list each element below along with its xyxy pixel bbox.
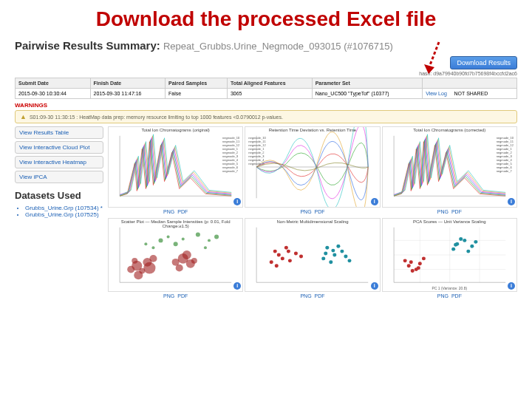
svg-marker-1: [424, 64, 434, 74]
svg-point-49: [337, 245, 341, 248]
pdf-link[interactable]: PDF: [315, 209, 325, 214]
pdf-link[interactable]: PDF: [315, 293, 325, 299]
svg-point-25: [182, 237, 185, 240]
view-log-link[interactable]: View Log: [426, 91, 447, 96]
pdf-link[interactable]: PDF: [451, 209, 462, 214]
chart-scatter-intensities: Scatter Plot — Median Sample Intensities…: [108, 218, 243, 292]
svg-point-37: [284, 246, 288, 250]
svg-point-45: [333, 253, 337, 257]
chart-links-row: PNGPDF: [245, 293, 380, 301]
svg-point-50: [344, 255, 348, 259]
warning-icon: ▲: [20, 113, 27, 120]
svg-point-12: [149, 255, 157, 262]
png-link[interactable]: PNG: [300, 209, 311, 214]
info-icon[interactable]: i: [371, 282, 378, 290]
chart-links-row: PNGPDF: [108, 209, 243, 216]
svg-point-31: [144, 242, 147, 245]
chart-links-row: PNGPDF: [382, 293, 517, 301]
png-link[interactable]: PNG: [437, 209, 449, 214]
cell-paramset: Nano_UC500 "TypeTof" (10377): [312, 89, 422, 99]
info-icon[interactable]: i: [371, 198, 378, 205]
svg-point-13: [134, 271, 143, 280]
svg-point-19: [176, 265, 183, 272]
svg-point-71: [463, 239, 466, 242]
info-icon[interactable]: i: [508, 282, 515, 290]
section-subtitle: Repeat_Grubbs.Urine_Negmode_093015 (#107…: [163, 41, 393, 52]
svg-point-22: [158, 238, 163, 242]
chart-nmds: Non-Metric Multidimensional Scaling: [245, 218, 380, 292]
svg-point-77: [454, 243, 457, 247]
svg-point-73: [470, 245, 474, 248]
slide-title: Download the processed Excel file: [0, 0, 532, 35]
svg-point-28: [214, 235, 219, 239]
svg-point-24: [174, 242, 178, 246]
svg-point-21: [191, 258, 197, 264]
png-link[interactable]: PNG: [163, 293, 174, 299]
pca-xlabel: PC 1 (Variance: 20.8): [432, 286, 467, 290]
chart-tic-corrected: Total Ion Chromatograms (corrected) negm…: [382, 126, 517, 208]
table-header: Paired Samples: [166, 78, 228, 89]
view-heatmap-button[interactable]: View Interactive Heatmap: [15, 156, 103, 168]
png-link[interactable]: PNG: [163, 209, 174, 214]
svg-point-67: [422, 256, 426, 260]
dataset-item[interactable]: Grubbs_Urine.Grp (107525): [25, 211, 103, 218]
share-status: NOT SHARED: [454, 91, 488, 96]
svg-point-34: [273, 250, 277, 253]
svg-point-44: [326, 246, 330, 250]
png-link[interactable]: PNG: [437, 293, 449, 299]
chart-title: Retention Time Deviation vs. Retention T…: [245, 128, 379, 132]
svg-point-62: [406, 264, 410, 267]
table-row: 2015-09-30 10:30:44 2015-09-30 11:47:16 …: [16, 89, 517, 99]
svg-point-41: [275, 264, 279, 267]
svg-point-27: [208, 239, 211, 242]
pointer-arrow: [421, 41, 443, 74]
cell-finish: 2015-09-30 11:47:16: [90, 89, 166, 99]
chart-links-row: PNGPDF: [245, 209, 380, 216]
datasets-title: Datasets Used: [15, 190, 103, 201]
pdf-link[interactable]: PDF: [177, 209, 188, 214]
svg-point-36: [270, 260, 273, 264]
chart-title: Total Ion Chromatograms (corrected): [383, 128, 516, 132]
svg-point-30: [151, 246, 154, 249]
svg-point-29: [204, 246, 207, 249]
svg-point-69: [416, 266, 420, 270]
table-header: Parameter Set: [312, 78, 422, 89]
svg-point-52: [348, 259, 352, 262]
svg-point-48: [330, 260, 333, 264]
svg-point-40: [294, 252, 298, 256]
chart-legend: negmode_10negmode_11 negmode_12negmode_1…: [497, 136, 514, 173]
download-results-button[interactable]: Download Results: [450, 56, 517, 69]
table-header: Finish Date: [90, 78, 166, 89]
png-link[interactable]: PNG: [300, 293, 311, 299]
table-header: Submit Date: [16, 78, 91, 89]
svg-point-14: [143, 262, 155, 274]
dataset-list: Grubbs_Urine.Grp (107534) * Grubbs_Urine…: [15, 205, 103, 218]
svg-point-53: [332, 249, 335, 253]
pdf-link[interactable]: PDF: [451, 293, 462, 299]
chart-title: Scatter Plot — Median Sample Intensities…: [109, 219, 242, 228]
view-cloud-plot-button[interactable]: View Interactive Cloud Plot: [15, 141, 103, 154]
cell-submit: 2015-09-30 10:30:44: [16, 89, 91, 99]
svg-point-38: [277, 253, 281, 257]
cell-actions: View Log NOT SHARED: [423, 89, 517, 99]
chart-title: Non-Metric Multidimensional Scaling: [245, 219, 379, 224]
svg-point-43: [287, 250, 290, 253]
svg-point-39: [288, 259, 292, 262]
info-icon[interactable]: i: [508, 198, 515, 205]
svg-point-65: [418, 262, 422, 265]
view-ipca-button[interactable]: View iPCA: [15, 171, 103, 183]
chart-rt-deviation: Retention Time Deviation vs. Retention T…: [245, 126, 380, 208]
dataset-item[interactable]: Grubbs_Urine.Grp (107534) *: [25, 205, 103, 211]
svg-point-74: [459, 237, 463, 241]
pdf-link[interactable]: PDF: [177, 293, 188, 299]
chart-links-row: PNGPDF: [382, 209, 517, 216]
chart-title: PCA Scores — Unit Variance Scaling: [383, 219, 516, 224]
svg-point-35: [281, 256, 284, 260]
svg-point-64: [403, 259, 406, 262]
warning-text: S01:09-30 11:30:15 : HeatMap data prep: …: [30, 115, 283, 120]
view-results-table-button[interactable]: View Results Table: [15, 126, 103, 139]
svg-point-46: [322, 256, 326, 260]
chart-legend: negmode_10negmode_11 negmode_12negmode_1…: [248, 136, 265, 166]
svg-point-26: [196, 233, 200, 237]
warning-box: ▲ S01:09-30 11:30:15 : HeatMap data prep…: [15, 110, 517, 123]
